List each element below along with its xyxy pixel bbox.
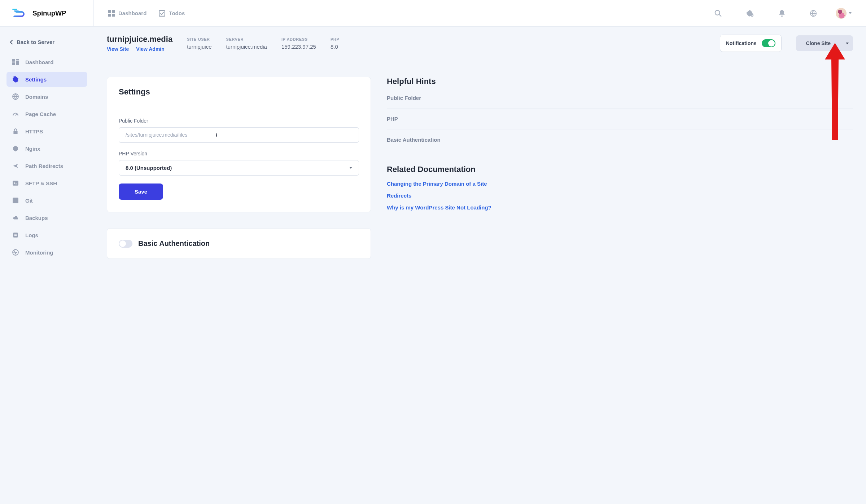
hint-basic-auth[interactable]: Basic Authentication <box>387 129 853 150</box>
sidebar-item-label: Page Cache <box>25 111 56 117</box>
sidebar-item-label: Monitoring <box>25 249 53 256</box>
svg-line-19 <box>16 114 17 116</box>
share-icon <box>12 163 19 169</box>
chevron-down-icon <box>349 167 352 169</box>
svg-rect-23 <box>13 233 18 238</box>
sidebar-item-backups[interactable]: Backups <box>6 210 87 225</box>
view-site-link[interactable]: View Site <box>107 46 129 52</box>
hexagon-icon <box>12 145 19 152</box>
php-version-select[interactable]: 8.0 (Unsupported) <box>119 160 359 176</box>
doc-link-not-loading[interactable]: Why is my WordPress Site Not Loading? <box>387 204 853 211</box>
logo[interactable]: SpinupWP <box>0 0 94 27</box>
basic-auth-card: Basic Authentication <box>107 228 371 259</box>
public-folder-input[interactable] <box>209 127 359 143</box>
meta-label-site-user: SITE USER <box>187 37 211 41</box>
notifications-box: Notifications <box>720 35 782 52</box>
sidebar-item-nginx[interactable]: Nginx <box>6 141 87 156</box>
php-version-selected: 8.0 (Unsupported) <box>126 165 172 171</box>
sidebar-item-label: HTTPS <box>25 128 43 134</box>
meta-value-php: 8.0 <box>331 44 339 50</box>
sidebar-item-label: Path Redirects <box>25 163 63 169</box>
bell-icon[interactable] <box>766 0 797 27</box>
sidebar-item-logs[interactable]: Logs <box>6 227 87 243</box>
basic-auth-toggle[interactable] <box>119 240 132 248</box>
view-admin-link[interactable]: View Admin <box>136 46 165 52</box>
sidebar-item-git[interactable]: Git <box>6 193 87 208</box>
hint-php[interactable]: PHP <box>387 109 853 129</box>
public-folder-base: /sites/turnipjuice.media/files <box>119 127 209 143</box>
lock-icon <box>12 128 19 134</box>
sidebar-item-label: Backups <box>25 215 48 221</box>
terminal-icon <box>12 180 19 186</box>
sidebar-item-label: Settings <box>25 76 47 83</box>
settings-card: Settings Public Folder /sites/turnipjuic… <box>107 77 371 212</box>
git-icon <box>12 197 19 204</box>
header-nav-todos[interactable]: Todos <box>159 10 185 17</box>
svg-rect-6 <box>159 10 165 16</box>
svg-point-11 <box>752 15 753 16</box>
sidebar-item-label: Logs <box>25 232 38 238</box>
chevron-down-icon <box>849 12 852 14</box>
related-docs-heading: Related Documentation <box>387 165 853 174</box>
avatar <box>836 8 847 19</box>
svg-rect-16 <box>16 61 19 65</box>
top-header: Dashboard Todos <box>94 0 866 27</box>
svg-rect-4 <box>108 14 111 17</box>
cloud-icon <box>12 215 19 221</box>
svg-rect-22 <box>13 198 18 203</box>
sidebar-item-https[interactable]: HTTPS <box>6 124 87 139</box>
gear-icon[interactable] <box>734 0 766 27</box>
save-button[interactable]: Save <box>119 184 163 200</box>
site-domain: turnipjuice.media <box>107 35 172 44</box>
sidebar-item-path-redirects[interactable]: Path Redirects <box>6 158 87 173</box>
header-nav-dashboard[interactable]: Dashboard <box>108 10 146 17</box>
svg-rect-15 <box>12 62 15 65</box>
back-label: Back to Server <box>17 39 54 45</box>
basic-auth-title: Basic Authentication <box>138 239 210 248</box>
svg-rect-0 <box>12 9 17 10</box>
settings-card-title: Settings <box>119 87 359 97</box>
sidebar: Back to Server Dashboard Settings Domain… <box>0 27 94 504</box>
svg-rect-2 <box>108 10 111 13</box>
hint-public-folder[interactable]: Public Folder <box>387 93 853 109</box>
gauge-icon <box>12 111 19 117</box>
header-nav-label: Todos <box>169 10 185 16</box>
file-icon <box>12 232 19 238</box>
svg-rect-13 <box>12 59 15 62</box>
sidebar-item-monitoring[interactable]: Monitoring <box>6 245 87 260</box>
sidebar-item-settings[interactable]: Settings <box>6 72 87 87</box>
svg-line-8 <box>719 14 721 16</box>
doc-link-redirects[interactable]: Redirects <box>387 193 853 199</box>
meta-label-server: SERVER <box>226 37 267 41</box>
svg-rect-1 <box>14 10 19 12</box>
sidebar-item-page-cache[interactable]: Page Cache <box>6 106 87 121</box>
notifications-label: Notifications <box>726 40 757 46</box>
public-folder-label: Public Folder <box>119 118 359 124</box>
clone-site-dropdown[interactable] <box>841 35 853 51</box>
meta-value-server[interactable]: turnipjuice.media <box>226 44 267 50</box>
back-to-server-link[interactable]: Back to Server <box>6 36 87 54</box>
grid-icon <box>12 59 19 65</box>
clone-site-button[interactable]: Clone Site <box>796 35 841 51</box>
notifications-toggle[interactable] <box>762 39 775 47</box>
sidebar-item-label: Nginx <box>25 146 40 152</box>
globe-icon <box>12 93 19 100</box>
svg-rect-5 <box>112 14 115 17</box>
svg-rect-20 <box>13 131 17 134</box>
sidebar-item-domains[interactable]: Domains <box>6 89 87 104</box>
sidebar-item-sftp-ssh[interactable]: SFTP & SSH <box>6 176 87 191</box>
meta-label-php: PHP <box>331 37 339 41</box>
sidebar-item-dashboard[interactable]: Dashboard <box>6 54 87 70</box>
globe-icon[interactable] <box>797 0 829 27</box>
helpful-hints-heading: Helpful Hints <box>387 77 853 86</box>
logo-mark-icon <box>12 9 28 18</box>
svg-rect-21 <box>13 181 18 186</box>
sidebar-item-label: SFTP & SSH <box>25 180 57 186</box>
chevron-down-icon <box>846 43 849 44</box>
user-menu[interactable] <box>829 8 856 19</box>
search-icon[interactable] <box>702 0 734 27</box>
brand-name: SpinupWP <box>32 9 66 17</box>
doc-link-primary-domain[interactable]: Changing the Primary Domain of a Site <box>387 181 853 187</box>
main-panel: turnipjuice.media View Site View Admin S… <box>94 27 866 504</box>
meta-label-ip: IP ADDRESS <box>281 37 316 41</box>
